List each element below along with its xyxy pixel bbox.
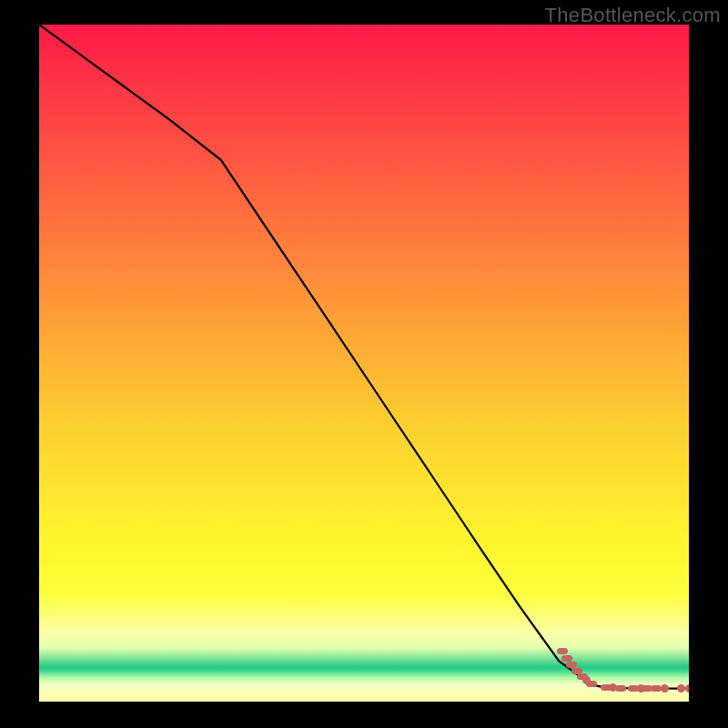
watermark-text: TheBottleneck.com [545, 4, 721, 27]
data-marker-dash [586, 681, 597, 687]
chart-container: TheBottleneck.com [0, 0, 728, 728]
data-marker-dash [561, 655, 572, 662]
plot-area [39, 25, 689, 702]
data-marker-dot [661, 684, 669, 693]
data-marker-dot [677, 684, 685, 693]
marker-layer [39, 25, 689, 702]
data-marker-dot [685, 684, 690, 693]
data-marker-dash [615, 685, 626, 692]
data-marker-dash [557, 648, 568, 654]
